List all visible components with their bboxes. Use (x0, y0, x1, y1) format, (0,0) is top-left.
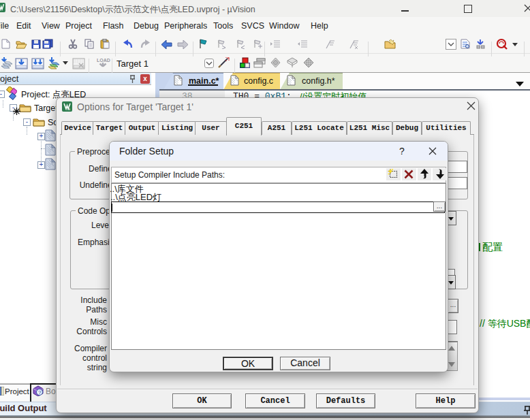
svg-text:?: ? (38, 389, 42, 395)
svg-text:s: s (68, 107, 70, 111)
svg-text:LOAD: LOAD (97, 58, 110, 63)
